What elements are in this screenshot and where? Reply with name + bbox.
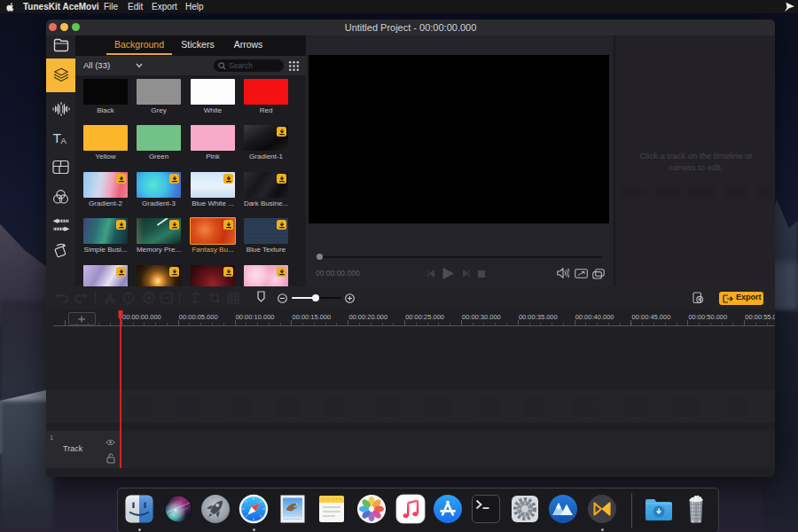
svg-text:A: A — [61, 136, 67, 145]
